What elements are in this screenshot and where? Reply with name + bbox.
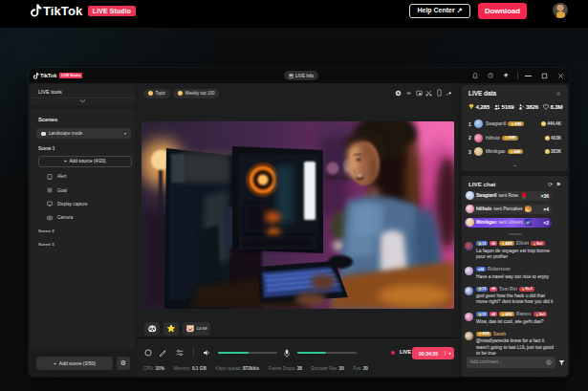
svg-text:?: ? [490, 74, 491, 77]
